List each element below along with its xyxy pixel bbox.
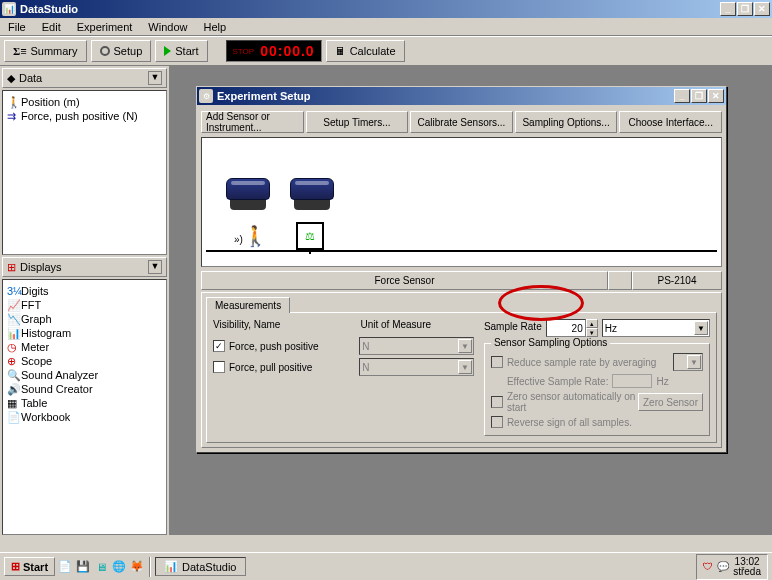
sample-rate-input[interactable] [546, 319, 586, 337]
ql-icon-2[interactable]: 💾 [75, 559, 91, 575]
setup-button[interactable]: Setup [91, 40, 152, 62]
sample-rate-unit-combo[interactable]: Hz▼ [602, 319, 710, 337]
sample-rate-unit-value: Hz [605, 323, 617, 334]
display-scope[interactable]: ⊕Scope [5, 354, 164, 368]
scope-icon: ⊕ [7, 355, 19, 367]
display-label: Digits [21, 285, 49, 297]
data-panel-header[interactable]: ◆ Data ▼ [2, 68, 167, 88]
summary-button[interactable]: Σ≡Summary [4, 40, 87, 62]
reverse-sign-row: Reverse sign of all samples. [491, 416, 703, 428]
spinner-buttons: ▲ ▼ [586, 319, 598, 337]
inner-maximize-button[interactable]: ❐ [691, 89, 707, 103]
display-label: Scope [21, 355, 52, 367]
sensor-model-label: PS-2104 [632, 271, 722, 290]
taskbar-task-datastudio[interactable]: 📊 DataStudio [155, 557, 245, 576]
calculate-button[interactable]: 🖩Calculate [326, 40, 405, 62]
interface-hub-2[interactable] [290, 178, 334, 210]
system-tray[interactable]: 🛡 💬 13:02 středa [696, 554, 768, 580]
spinner-up-button[interactable]: ▲ [586, 319, 598, 328]
interface-hub-1[interactable] [226, 178, 270, 210]
fft-icon: 📈 [7, 299, 19, 311]
pull-unit-value: N [362, 362, 369, 373]
ql-icon-5[interactable]: 🦊 [129, 559, 145, 575]
display-meter[interactable]: ◷Meter [5, 340, 164, 354]
workbook-icon: 📄 [7, 411, 19, 423]
pull-unit-combo[interactable]: N▼ [359, 358, 474, 376]
sampling-options-title: Sensor Sampling Options [491, 337, 610, 348]
sensor-gap [608, 271, 632, 290]
motion-sensor-icon[interactable]: »)🚶 [234, 224, 268, 248]
data-item-force[interactable]: ⇉Force, push positive (N) [5, 109, 164, 123]
start-menu-button[interactable]: ⊞ Start [4, 557, 55, 576]
display-digits[interactable]: 3¼Digits [5, 284, 164, 298]
menu-help[interactable]: Help [199, 20, 230, 34]
visibility-label: Visibility, Name [213, 319, 360, 330]
menu-edit[interactable]: Edit [38, 20, 65, 34]
effective-rate-label: Effective Sample Rate: [507, 376, 609, 387]
display-fft[interactable]: 📈FFT [5, 298, 164, 312]
menubar: File Edit Experiment Window Help [0, 18, 772, 36]
push-checkbox[interactable]: ✓ [213, 340, 225, 352]
experiment-setup-titlebar[interactable]: ⚙ Experiment Setup _ ❐ ✕ [197, 87, 726, 105]
chevron-down-icon: ▼ [458, 339, 472, 353]
tray-icon-2[interactable]: 💬 [717, 561, 729, 572]
minimize-button[interactable]: _ [720, 2, 736, 16]
display-label: Graph [21, 313, 52, 325]
measurements-right: Sample Rate ▲ ▼ Hz▼ [484, 319, 710, 436]
ql-icon-4[interactable]: 🌐 [111, 559, 127, 575]
push-unit-combo[interactable]: N▼ [359, 337, 474, 355]
display-graph[interactable]: 📉Graph [5, 312, 164, 326]
tray-icon-1[interactable]: 🛡 [703, 561, 713, 572]
spinner-down-button[interactable]: ▼ [586, 328, 598, 337]
pull-checkbox[interactable] [213, 361, 225, 373]
timer-stop-label: STOP [233, 47, 255, 56]
menu-window[interactable]: Window [144, 20, 191, 34]
add-sensor-button[interactable]: Add Sensor or Instrument... [201, 111, 304, 133]
main-toolbar: Σ≡Summary Setup Start STOP 00:00.0 🖩Calc… [0, 36, 772, 66]
data-diamond-icon: ◆ [7, 72, 15, 85]
window-icon: ⚙ [199, 89, 213, 103]
sensor-info-bar: Force Sensor PS-2104 [201, 271, 722, 290]
data-item-position[interactable]: 🚶Position (m) [5, 95, 164, 109]
setup-label: Setup [114, 45, 143, 57]
measurements-tab[interactable]: Measurements [206, 297, 290, 313]
calibrate-sensors-button[interactable]: Calibrate Sensors... [410, 111, 513, 133]
table-icon: ▦ [7, 397, 19, 409]
chevron-down-icon: ▼ [694, 321, 708, 335]
ql-icon-1[interactable]: 📄 [57, 559, 73, 575]
data-dropdown-icon[interactable]: ▼ [148, 71, 162, 85]
menu-file[interactable]: File [4, 20, 30, 34]
effective-rate-field [612, 374, 652, 388]
canvas-floor [206, 250, 717, 252]
calculator-icon: 🖩 [335, 45, 346, 57]
display-workbook[interactable]: 📄Workbook [5, 410, 164, 424]
sample-rate-spinner[interactable]: ▲ ▼ [546, 319, 598, 337]
display-table[interactable]: ▦Table [5, 396, 164, 410]
displays-header-label: Displays [20, 261, 62, 273]
displays-dropdown-icon[interactable]: ▼ [148, 260, 162, 274]
start-button[interactable]: Start [155, 40, 207, 62]
displays-panel-header[interactable]: ⊞ Displays ▼ [2, 257, 167, 277]
inner-minimize-button[interactable]: _ [674, 89, 690, 103]
display-sound-creator[interactable]: 🔊Sound Creator [5, 382, 164, 396]
reduce-rate-checkbox [491, 356, 503, 368]
zero-sensor-button[interactable]: Zero Sensor [638, 393, 703, 411]
display-histogram[interactable]: 📊Histogram [5, 326, 164, 340]
inner-close-button[interactable]: ✕ [708, 89, 724, 103]
close-button[interactable]: ✕ [754, 2, 770, 16]
display-sound-analyzer[interactable]: 🔍Sound Analyzer [5, 368, 164, 382]
zero-sensor-row: Zero sensor automatically on start Zero … [491, 391, 703, 413]
unit-label: Unit of Measure [360, 319, 473, 330]
force-sensor-icon[interactable]: ⚖ [296, 222, 324, 250]
maximize-button[interactable]: ❐ [737, 2, 753, 16]
sensor-canvas[interactable]: »)🚶 ⚖ [201, 137, 722, 267]
window-controls: _ ❐ ✕ [720, 2, 770, 16]
setup-timers-button[interactable]: Setup Timers... [306, 111, 409, 133]
choose-interface-button[interactable]: Choose Interface... [619, 111, 722, 133]
chevron-down-icon: ▼ [687, 355, 701, 369]
effective-rate-unit: Hz [656, 376, 668, 387]
sampling-options-button[interactable]: Sampling Options... [515, 111, 618, 133]
displays-tree: 3¼Digits 📈FFT 📉Graph 📊Histogram ◷Meter ⊕… [2, 279, 167, 535]
menu-experiment[interactable]: Experiment [73, 20, 137, 34]
ql-icon-3[interactable]: 🖥 [93, 559, 109, 575]
